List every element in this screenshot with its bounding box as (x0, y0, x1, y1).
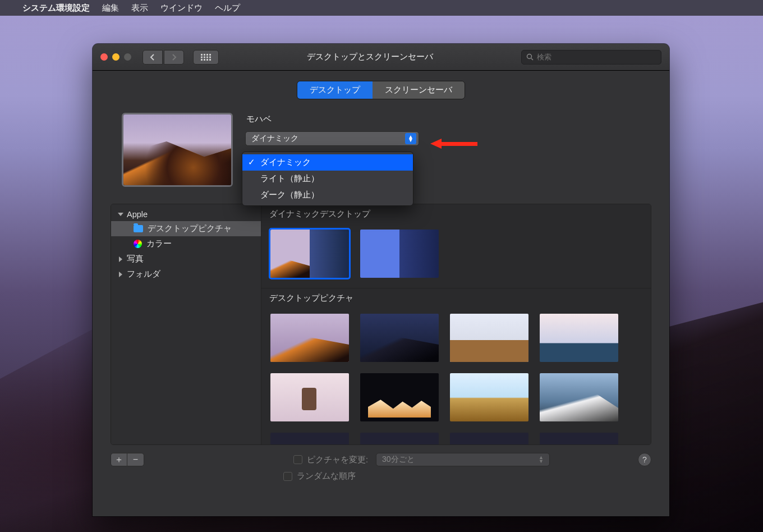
forward-button (164, 50, 184, 65)
svg-line-13 (531, 58, 533, 60)
svg-rect-1 (204, 54, 205, 56)
annotation-arrow (430, 139, 477, 149)
svg-rect-9 (204, 59, 205, 61)
svg-rect-8 (201, 59, 203, 61)
thumb-mojave-day[interactable] (270, 314, 349, 362)
random-order-checkbox: ランダムな順序 (283, 471, 356, 481)
updown-caret-icon: ▲▼ (405, 133, 416, 144)
select-value: ダイナミック (251, 134, 298, 143)
tab-desktop[interactable]: デスクトップ (297, 81, 373, 99)
source-label: デスクトップピクチャ (148, 223, 232, 234)
checkbox-icon (293, 455, 302, 464)
remove-folder-button: − (127, 453, 144, 466)
appearance-mode-dropdown: ダイナミック ライト（静止） ダーク（静止） (242, 152, 413, 206)
traffic-lights (100, 53, 131, 61)
thumb-mojave-dynamic[interactable] (270, 230, 349, 278)
menubar: システム環境設定 編集 表示 ウインドウ ヘルプ (0, 0, 763, 16)
search-field[interactable] (521, 50, 661, 65)
chevron-right-icon (171, 54, 177, 61)
source-colors[interactable]: カラー (111, 236, 261, 251)
svg-rect-6 (206, 56, 208, 58)
svg-rect-11 (209, 59, 211, 61)
help-button[interactable]: ? (638, 453, 651, 466)
source-label: Apple (127, 210, 148, 219)
add-remove-buttons: ＋ − (111, 453, 144, 466)
source-group-photos[interactable]: 写真 (111, 251, 261, 267)
thumb-wave[interactable] (540, 373, 618, 421)
dropdown-option-light[interactable]: ライト（静止） (242, 171, 413, 187)
source-group-folders[interactable]: フォルダ (111, 267, 261, 282)
checkbox-label: ランダムな順序 (297, 471, 356, 481)
thumb-mojave-night[interactable] (360, 314, 439, 362)
show-all-button[interactable] (193, 50, 219, 65)
thumb-partial[interactable] (450, 433, 528, 444)
nav-buttons (143, 50, 184, 65)
menubar-item-help[interactable]: ヘルプ (215, 3, 240, 13)
change-picture-checkbox[interactable]: ピクチャを変更: (293, 455, 368, 465)
minimize-button[interactable] (112, 53, 119, 61)
svg-rect-3 (209, 54, 211, 56)
section-dynamic: ダイナミックデスクトップ (261, 204, 651, 224)
interval-value: 30分ごと (382, 455, 415, 465)
checkbox-label: ピクチャを変更: (307, 455, 368, 465)
wallpaper-name: モハベ (246, 114, 640, 125)
grid-icon (201, 54, 211, 61)
svg-rect-5 (204, 56, 205, 58)
disclosure-triangle-icon (118, 213, 123, 216)
color-wheel-icon (134, 240, 142, 248)
source-label: フォルダ (127, 269, 160, 279)
dropdown-option-dynamic[interactable]: ダイナミック (242, 154, 413, 171)
tab-bar: デスクトップ スクリーンセーバ (93, 81, 669, 99)
folder-icon (134, 225, 143, 232)
back-button[interactable] (143, 50, 163, 65)
thumb-lake[interactable] (540, 314, 618, 362)
dropdown-option-dark[interactable]: ダーク（静止） (242, 187, 413, 203)
menubar-item-view[interactable]: 表示 (131, 3, 148, 13)
thumb-cave[interactable] (360, 373, 439, 421)
close-button[interactable] (100, 53, 108, 61)
checkbox-icon (283, 472, 292, 481)
menubar-appname[interactable]: システム環境設定 (22, 3, 90, 13)
source-label: カラー (146, 239, 172, 249)
source-desktop-pictures[interactable]: デスクトップピクチャ (111, 221, 261, 236)
tab-screensaver[interactable]: スクリーンセーバ (373, 81, 465, 99)
disclosure-triangle-icon (119, 256, 122, 262)
source-label: 写真 (127, 254, 144, 264)
source-list: Apple デスクトップピクチャ カラー 写真 フォルダ (111, 204, 261, 444)
thumb-solar-gradients[interactable] (360, 230, 439, 278)
thumb-desert[interactable] (450, 314, 528, 362)
disclosure-triangle-icon (119, 272, 122, 277)
add-folder-button[interactable]: ＋ (111, 453, 127, 466)
search-input[interactable] (537, 53, 656, 61)
thumb-rock[interactable] (270, 373, 349, 421)
thumb-partial[interactable] (540, 433, 618, 444)
thumbnail-pane[interactable]: ダイナミックデスクトップ デスクトップピクチャ (261, 204, 651, 444)
wallpaper-preview (122, 113, 233, 187)
zoom-button (124, 53, 131, 61)
thumb-partial[interactable] (360, 433, 439, 444)
wallpaper-browser: Apple デスクトップピクチャ カラー 写真 フォルダ ダイナミックデスクトッ… (111, 204, 651, 445)
svg-rect-4 (201, 56, 203, 58)
thumb-partial[interactable] (270, 433, 349, 444)
source-group-apple[interactable]: Apple (111, 208, 261, 221)
preferences-window: デスクトップとスクリーンセーバ デスクトップ スクリーンセーバ モハベ ダイナミ… (93, 44, 669, 516)
search-icon (526, 53, 534, 61)
menubar-item-window[interactable]: ウインドウ (160, 3, 203, 13)
svg-rect-0 (201, 54, 203, 56)
svg-rect-10 (206, 59, 208, 61)
svg-rect-7 (209, 56, 211, 58)
bottom-controls: ＋ − ピクチャを変更: 30分ごと ▲▼ ? (111, 453, 651, 466)
titlebar: デスクトップとスクリーンセーバ (93, 44, 669, 71)
arrow-left-icon (430, 139, 442, 149)
change-interval-select: 30分ごと ▲▼ (376, 453, 550, 466)
section-pictures: デスクトップピクチャ (261, 288, 651, 308)
menubar-item-edit[interactable]: 編集 (102, 3, 119, 13)
svg-rect-2 (206, 54, 208, 56)
window-title: デスクトップとスクリーンセーバ (224, 52, 516, 62)
svg-point-12 (527, 54, 532, 59)
chevron-left-icon (150, 54, 155, 61)
thumb-dunes[interactable] (450, 373, 528, 421)
updown-caret-icon: ▲▼ (539, 456, 544, 464)
appearance-mode-select[interactable]: ダイナミック ▲▼ (245, 131, 419, 146)
